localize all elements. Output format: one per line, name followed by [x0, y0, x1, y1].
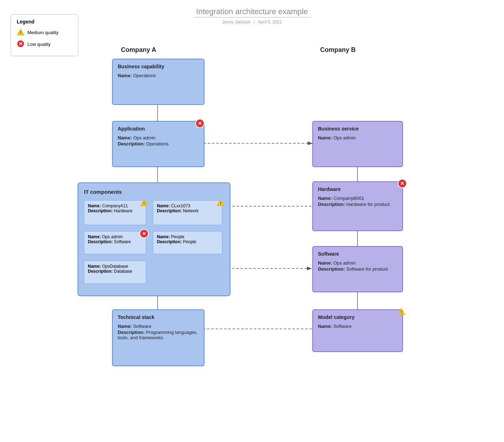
- sw-name: Name: Ops admin: [318, 260, 397, 266]
- technical-stack-box: Technical stack Name: Software Descripti…: [112, 309, 205, 366]
- legend-low-label: Low quality: [27, 42, 51, 47]
- app-desc-value: Operations: [146, 141, 169, 147]
- it-components-container: IT components Name: CompanyA11 Descripti…: [78, 182, 230, 296]
- date: April 5, 2021: [258, 20, 282, 25]
- it-item-1-desc: Description: Network: [157, 208, 218, 213]
- app-name-value: Ops admin: [133, 135, 155, 140]
- it-item-4-desc: Description: Database: [88, 269, 142, 274]
- sw-name-value: Ops admin: [333, 260, 356, 266]
- ts-desc-label: Description:: [118, 330, 145, 335]
- warning-icon: !: [17, 28, 25, 37]
- ts-name-value: Software: [133, 324, 151, 329]
- it-item-1-badge: !: [216, 198, 225, 207]
- it-item-3: Name: People Description: People: [153, 231, 222, 254]
- model-category-warning-badge: !: [397, 307, 406, 316]
- app-name-label: Name:: [118, 135, 132, 140]
- hardware-box: Hardware Name: CompanyB001 Description: …: [312, 181, 403, 231]
- it-item-1: Name: CLxx1073 Description: Network: [153, 200, 222, 225]
- application-error-badge: ✕: [195, 119, 205, 128]
- it-item-4-name: Name: OpsDatabase: [88, 264, 142, 269]
- mc-name-value: Software: [333, 324, 351, 329]
- business-capability-box: Business capability Name: Operations: [112, 59, 205, 105]
- sw-name-label: Name:: [318, 260, 332, 266]
- mc-name: Name: Software: [318, 324, 397, 329]
- it-item-0-name: Name: CompanyA11: [88, 203, 142, 208]
- app-desc: Description: Operations: [118, 141, 199, 147]
- it-item-4: Name: OpsDatabase Description: Database: [84, 261, 146, 284]
- ts-name-label: Name:: [118, 324, 132, 329]
- it-item-0-desc: Description: Hardware: [88, 208, 142, 213]
- bc-name-label: Name:: [118, 73, 132, 78]
- app-name: Name: Ops admin: [118, 135, 199, 140]
- page-title: Integration architecture example: [0, 7, 504, 16]
- business-service-box: Business service Name: Ops admin: [312, 121, 403, 167]
- app-desc-label: Description:: [118, 141, 145, 147]
- it-item-2-name: Name: Ops admin: [88, 234, 142, 239]
- it-header: IT components: [84, 189, 224, 195]
- svg-text:!: !: [20, 31, 21, 35]
- software-box: Software Name: Ops admin Description: So…: [312, 246, 403, 292]
- legend-item-medium: ! Medium quality: [17, 28, 72, 37]
- company-b-label: Company B: [320, 46, 356, 54]
- ts-name: Name: Software: [118, 324, 199, 329]
- app-header: Application: [118, 126, 199, 132]
- bc-header: Business capability: [118, 64, 199, 69]
- application-box: Application Name: Ops admin Description:…: [112, 121, 205, 167]
- legend-medium-label: Medium quality: [27, 30, 58, 35]
- hw-name-label: Name:: [318, 196, 332, 201]
- it-item-3-name: Name: People: [157, 234, 218, 239]
- bs-name-value: Ops admin: [333, 135, 356, 140]
- sw-desc-label: Description:: [318, 266, 345, 272]
- it-item-2: Name: Ops admin Description: Software: [84, 231, 146, 254]
- it-item-2-badge: ✕: [139, 229, 149, 238]
- author: Jenny Jackson: [222, 20, 250, 25]
- svg-text:!: !: [143, 201, 145, 206]
- hw-desc-label: Description:: [318, 202, 345, 207]
- it-item-3-desc: Description: People: [157, 239, 218, 244]
- sw-header: Software: [318, 251, 397, 257]
- it-item-0: Name: CompanyA11 Description: Hardware: [84, 200, 146, 225]
- separator: |: [254, 20, 255, 25]
- mc-header: Model category: [318, 314, 397, 320]
- hw-name: Name: CompanyB001: [318, 196, 397, 201]
- mc-name-label: Name:: [318, 324, 332, 329]
- svg-text:!: !: [220, 201, 221, 206]
- hardware-error-badge: ✕: [398, 179, 407, 188]
- error-icon: ✕: [17, 40, 25, 49]
- company-a-label: Company A: [121, 46, 156, 54]
- svg-text:✕: ✕: [18, 41, 23, 47]
- hw-header: Hardware: [318, 186, 397, 192]
- it-item-0-badge: !: [139, 198, 149, 207]
- ts-header: Technical stack: [118, 314, 199, 320]
- page-subtitle: Jenny Jackson | April 5, 2021: [0, 20, 504, 25]
- hw-desc: Description: Hardware for product: [318, 202, 397, 207]
- bs-header: Business service: [318, 126, 397, 132]
- sw-desc: Description: Software for product: [318, 266, 397, 272]
- model-category-box: Model category Name: Software: [312, 309, 403, 352]
- it-item-2-desc: Description: Software: [88, 239, 142, 244]
- hw-name-value: CompanyB001: [333, 196, 364, 201]
- ts-desc: Description: Programming languages, tool…: [118, 330, 199, 340]
- legend-item-low: ✕ Low quality: [17, 40, 72, 49]
- title-underline: [193, 17, 311, 17]
- sw-desc-value: Software for product: [346, 266, 388, 272]
- bs-name-label: Name:: [318, 135, 332, 140]
- bc-name: Name: Operations: [118, 73, 199, 78]
- bs-name: Name: Ops admin: [318, 135, 397, 140]
- hw-desc-value: Hardware for product: [346, 202, 389, 207]
- it-item-1-name: Name: CLxx1073: [157, 203, 218, 208]
- svg-text:!: !: [401, 310, 402, 314]
- bc-name-value: Operations: [133, 73, 156, 78]
